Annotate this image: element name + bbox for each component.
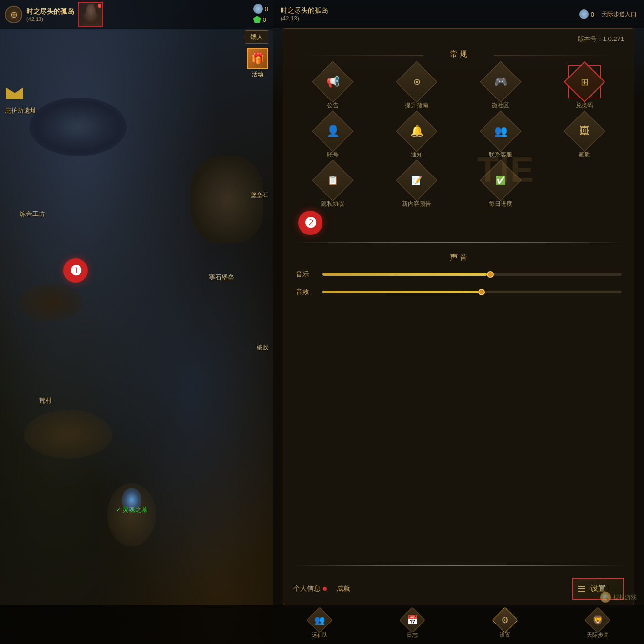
icon-item-daily[interactable]: ✅ 每日进度 [461,164,540,208]
privacy-label: 隐私协议 [321,200,344,208]
notification-icon-wrap: 🔔 [400,115,433,148]
right-currency-value: 0 [591,11,594,18]
announcement-icon: 📢 [326,76,340,88]
icon-item-notification[interactable]: 🔔 通知 [377,115,456,159]
nav-item-settings[interactable]: ⚙ 设置 [459,611,551,639]
privacy-icon: 📋 [327,175,338,186]
redeem-icon-wrap: ⊞ [568,65,601,98]
icon-item-account[interactable]: 👤 账号 [293,115,372,159]
guide-icon: ⊗ [413,77,421,87]
notification-label: 通知 [411,151,423,159]
compass-icon: ⊕ [5,6,22,23]
music-slider-track[interactable] [322,273,622,276]
announcement-icon-wrap: 📢 [316,65,349,98]
right-coin-icon [579,9,589,19]
personal-info-dot [323,587,327,591]
info-row: 个人信息 成就 设置 [283,573,634,605]
music-slider-label: 音乐 [296,270,315,279]
icon-item-graphics[interactable]: 🖼 画质 [545,115,624,159]
terrain-castle [190,156,263,244]
nav-icon-expedition: 👥 [306,607,333,633]
sfx-slider-label: 音效 [296,288,315,296]
right-location-name: 时之尽头的孤岛 [281,6,328,15]
personal-info-item[interactable]: 个人信息 [293,585,327,593]
sfx-slider-row: 音效 [283,288,634,296]
nav-item-sky-path[interactable]: 🦁 天际步道 [551,611,644,639]
top-buttons: 矮人 🎁 活动 [245,30,268,78]
privacy-icon-wrap: 📋 [316,164,349,197]
right-top-hud: 0 天际步道人口 [579,9,637,19]
achievement-item[interactable]: 成就 [337,585,350,593]
watermark-text: 搜搜游戏 [613,593,637,602]
achievement-label: 成就 [337,585,350,593]
graphics-icon-wrap: 🖼 [568,115,601,148]
step-badge-2: ❷ [298,211,322,235]
icon-item-empty [545,164,624,208]
game-map-background [0,0,273,644]
section-general-title: 常 规 [283,45,634,65]
currency-gem-row: 0 [253,16,268,23]
dwarf-button[interactable]: 矮人 [245,30,268,44]
watermark-icon: 🔍 [600,592,611,603]
alchemy-label: 炼金工坊 [20,210,45,218]
daily-icon-wrap: ✅ [484,164,517,197]
left-bottom-bar [0,605,273,644]
right-location-coords: (42,13) [281,15,328,22]
version-row: 版本号：1.0.271 [283,29,634,45]
divider-line-2 [291,565,626,566]
sfx-slider-thumb[interactable] [478,289,485,295]
nav-item-expedition[interactable]: 👥 远征队 [273,611,366,639]
icon-grid: 📢 公告 ⊗ 提升指南 🎮 微社区 [283,65,634,215]
icon-item-guide[interactable]: ⊗ 提升指南 [377,65,456,110]
notification-icon: 🔔 [410,125,423,137]
icon-item-community[interactable]: 🎮 微社区 [461,65,540,110]
fortress-stone-label: 堡垒石 [251,191,268,199]
settings-panel: 版本号：1.0.271 常 规 📢 公告 ⊗ 提升指南 [283,28,634,605]
account-icon-wrap: 👤 [316,115,349,148]
new-content-icon-wrap: 📝 [400,164,433,197]
community-label: 微社区 [492,101,509,110]
nav-icon-settings: ⚙ [492,607,518,633]
icon-item-customer-service[interactable]: 👥 联系客服 [461,115,540,159]
icon-item-announcement[interactable]: 📢 公告 [293,65,372,110]
new-content-label: 新内容预告 [402,200,431,208]
redeem-label: 兑换码 [576,101,593,110]
graphics-label: 画质 [579,151,590,159]
icon-item-redeem[interactable]: ⊞ 兑换码 [545,65,624,110]
coin-icon [253,4,263,14]
location-info: 时之尽头的孤岛 (42,13) [26,7,74,22]
soul-grave-marker: ✓ 灵魂之墓 [117,478,146,512]
guide-label: 提升指南 [405,101,428,110]
redeem-icon: ⊞ [581,76,589,88]
sfx-slider-track[interactable] [322,291,622,293]
music-slider-row: 音乐 [283,270,634,279]
music-slider-thumb[interactable] [487,271,494,278]
nav-item-journal[interactable]: 📅 日志 [366,611,459,639]
icon-item-privacy[interactable]: 📋 隐私协议 [293,164,372,208]
account-icon: 👤 [326,125,340,137]
character-avatar[interactable] [78,2,103,27]
location-coords: (42,13) [26,16,74,22]
watermark: 🔍 搜搜游戏 [600,592,637,603]
character-silhouette [82,4,100,25]
divider-line-1 [291,242,626,243]
sky-path-label: 天际步道人口 [602,10,637,19]
personal-info-label: 个人信息 [293,585,321,593]
sfx-slider-fill [322,291,478,293]
top-right-hud: 0 0 [253,4,268,23]
nav-icon-sky-path: 🦁 [584,607,611,633]
gem-value: 0 [263,16,266,23]
currency-coin-row: 0 [253,4,268,14]
coin-value: 0 [265,5,268,13]
daily-label: 每日进度 [489,200,512,208]
village-label: 荒村 [39,396,52,405]
music-slider-fill [322,273,487,276]
activity-button[interactable]: 🎁 活动 [247,48,268,78]
icon-item-new-content[interactable]: 📝 新内容预告 [377,164,456,208]
community-icon: 🎮 [494,76,507,88]
activity-label: 活动 [252,70,263,78]
broken-label: 破败 [257,343,268,351]
cs-icon: 👥 [494,125,507,137]
bottom-nav: 👥 远征队 📅 日志 ⚙ 设置 🦁 天际步道 [273,605,644,644]
step-badge-1: ❶ [63,258,88,283]
